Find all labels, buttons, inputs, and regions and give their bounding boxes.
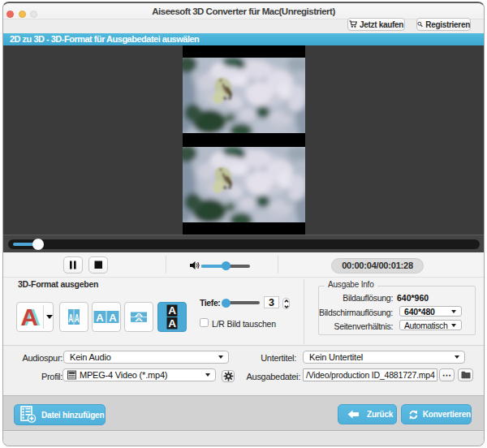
svg-text:A: A	[68, 311, 73, 325]
svg-text:A: A	[96, 312, 104, 324]
svg-text:A: A	[109, 312, 117, 324]
svg-text:A: A	[168, 317, 176, 330]
svg-text:A: A	[135, 312, 143, 317]
svg-text:A: A	[135, 317, 143, 323]
svg-text:A: A	[168, 304, 176, 317]
svg-text:A: A	[75, 311, 80, 325]
